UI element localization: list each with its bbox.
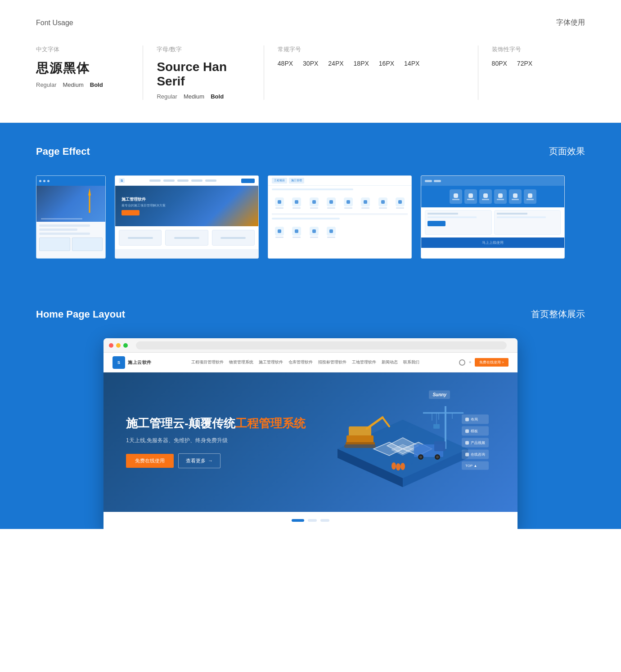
ss3-nav-item-2: 施工管理 — [289, 178, 304, 184]
size-14: 14PX — [404, 60, 419, 67]
ss3-icon-9 — [272, 227, 287, 238]
ss4-dot-2 — [434, 180, 441, 182]
ss2-card-line-2 — [174, 237, 199, 239]
ss4-icon-3 — [479, 189, 492, 204]
ss3-nav-item-1: 工程项目 — [272, 178, 287, 184]
ss4-icon-2 — [464, 189, 477, 204]
ss4-icons-row — [421, 186, 564, 207]
browser-bar — [104, 338, 518, 353]
nav-cta-button[interactable]: 免费在线使用 > — [475, 358, 508, 367]
ss4-top-bar — [421, 176, 564, 186]
svg-line-11 — [367, 417, 382, 429]
svg-point-29 — [400, 463, 405, 470]
pg-dot-1[interactable] — [292, 519, 304, 522]
ss1-top-bar — [36, 176, 105, 186]
ss4-icon-4 — [494, 189, 507, 204]
ss1-dot-3 — [47, 180, 50, 182]
page-effect-title-en: Page Effect — [36, 146, 90, 157]
website-nav-items: 工程项目管理软件 物资管理系统 施工管理软件 仓库管理软件 招投标管理软件 工地… — [159, 359, 452, 365]
ss3-icon-2 — [289, 197, 304, 209]
home-layout-section: Home Page Layout 首页整体展示 S 施上云软件 工程项目管理软件… — [0, 286, 621, 529]
nav-item-7: 新闻动态 — [382, 359, 398, 365]
weixin-icon — [465, 417, 469, 421]
ss4-icon-1 — [450, 189, 462, 204]
hero-secondary-button[interactable]: 查看更多 → — [178, 453, 220, 468]
ss2-card-2 — [165, 230, 208, 246]
font-usage-title-en: Font Usage — [36, 19, 73, 27]
ss3-icon-12 — [324, 227, 339, 238]
website-logo-text: 施上云软件 — [128, 359, 152, 366]
nav-item-4: 仓库管理软件 — [288, 359, 313, 365]
nav-item-2: 物资管理系统 — [229, 359, 253, 365]
english-font-weights: Regular Medium Bold — [157, 93, 250, 100]
deco-size-72: 72PX — [517, 60, 532, 67]
consult-icon — [465, 452, 469, 456]
ss4-card-1-mid — [428, 216, 477, 218]
screenshot-4: 马上上线使用 — [421, 175, 565, 259]
nav-item-3: 施工管理软件 — [259, 359, 283, 365]
decorative-sizes-label: 装饰性字号 — [492, 45, 585, 54]
ss2-nav-1 — [149, 179, 161, 182]
ss3-icon-8 — [392, 197, 408, 209]
size-18: 18PX — [354, 60, 369, 67]
ss2-nav — [127, 179, 239, 182]
ss2-nav-3 — [177, 179, 189, 182]
side-panel-weixin: 布局 — [462, 415, 489, 424]
ss4-icon-5 — [509, 189, 522, 204]
website-nav: S 施上云软件 工程项目管理软件 物资管理系统 施工管理软件 仓库管理软件 招投… — [104, 353, 518, 372]
svg-point-27 — [396, 463, 400, 470]
search-icon[interactable] — [459, 359, 465, 366]
weight-regular: Regular — [36, 81, 57, 88]
nav-item-5: 招投标管理软件 — [318, 359, 346, 365]
ss3-icon-6 — [358, 197, 373, 209]
ss2-top-bar: S — [115, 176, 258, 186]
hero-primary-button[interactable]: 免费在线使用 — [126, 454, 174, 468]
top-label: TOP ▲ — [465, 464, 477, 468]
hero-title-text: 施工管理云-颠覆传统 — [126, 417, 235, 430]
browser-url-bar — [136, 341, 507, 349]
video-icon — [465, 441, 469, 444]
screenshot-3: 工程项目 施工管理 — [268, 175, 412, 259]
nav-item-6: 工地管理软件 — [352, 359, 376, 365]
ss3-icon-5 — [341, 197, 356, 209]
ss2-nav-4 — [191, 179, 202, 182]
ss1-hero-image — [36, 186, 105, 222]
ss3-title-line — [272, 188, 353, 190]
ss1-line-2 — [39, 228, 77, 231]
hero-side-panel: 布局 模板 产品视频 在线咨询 TOP ▲ — [462, 415, 489, 470]
screenshot-2: S 施工管理软件 最专业的施工项目管理解决方案 — [115, 175, 259, 259]
sunny-brand-tag: Sunny — [429, 390, 450, 399]
svg-line-12 — [382, 417, 389, 426]
regular-sizes-col: 常规字号 48PX 30PX 24PX 18PX 16PX 14PX — [278, 45, 478, 100]
ss4-footer-text: 马上上线使用 — [421, 237, 564, 248]
deco-size-80: 80PX — [492, 60, 507, 67]
side-panel-template: 模板 — [462, 426, 489, 436]
font-usage-header: Font Usage 字体使用 — [36, 18, 585, 27]
ss2-cta-btn — [241, 179, 255, 183]
hero-buttons: 免费在线使用 查看更多 → — [126, 453, 310, 468]
weight-medium: Medium — [63, 81, 84, 88]
hero-left: 施工管理云-颠覆传统工程管理系统 1天上线,免服务器、免维护、终身免费升级 免费… — [126, 416, 310, 468]
english-font-name: Source Han Serif — [157, 60, 250, 89]
svg-rect-20 — [433, 424, 440, 429]
en-weight-bold: Bold — [211, 93, 224, 100]
ss2-nav-5 — [205, 179, 216, 182]
side-panel-top[interactable]: TOP ▲ — [462, 461, 489, 470]
regular-sizes-label: 常规字号 — [278, 45, 464, 54]
hero-title-highlight: 工程管理系统 — [235, 417, 306, 430]
svg-point-26 — [436, 456, 439, 458]
pg-dot-3[interactable] — [320, 519, 329, 522]
ss2-hero-title: 施工管理软件 — [122, 197, 166, 203]
ss2-hero: 施工管理软件 最专业的施工项目管理解决方案 — [115, 186, 258, 226]
menu-icon[interactable]: ≡ — [469, 360, 471, 364]
ss3-icon-4 — [324, 197, 339, 209]
svg-point-28 — [392, 462, 396, 470]
ss4-card-2 — [494, 210, 561, 235]
pg-dot-2[interactable] — [308, 519, 317, 522]
decorative-sizes-numbers: 80PX 72PX — [492, 60, 585, 67]
consult-label: 在线咨询 — [471, 452, 485, 457]
hero-secondary-label: 查看更多 — [186, 457, 206, 464]
ss3-icon-10 — [289, 227, 304, 238]
ss2-hero-content: 施工管理软件 最专业的施工项目管理解决方案 — [122, 197, 166, 216]
en-weight-regular: Regular — [157, 93, 177, 100]
